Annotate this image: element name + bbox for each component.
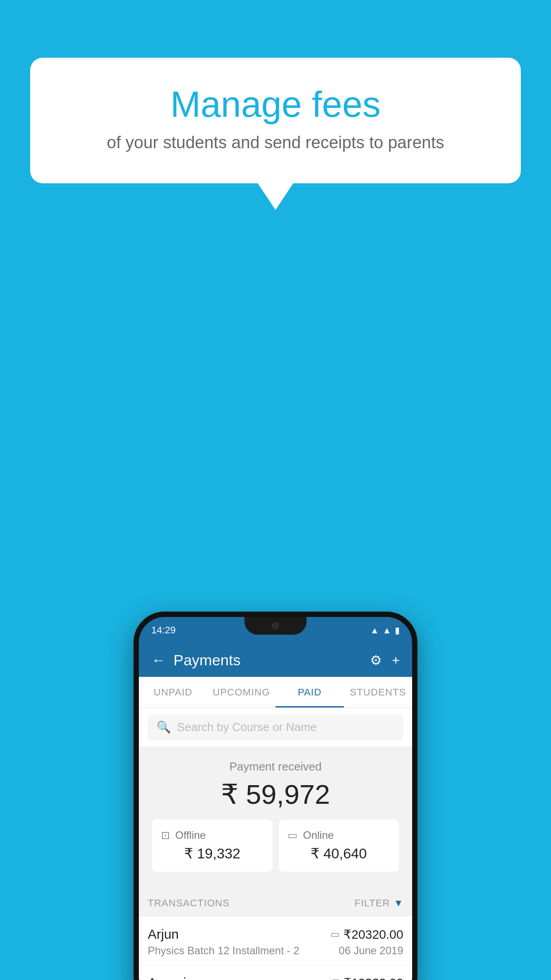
payment-received-section: Payment received ₹ 59,972 ⊡ Offline ₹ 19… <box>139 747 412 889</box>
payment-type-icon-2: ⊡ <box>332 977 340 980</box>
table-row[interactable]: Anupriya ⊡ ₹19332.00 <box>139 965 412 980</box>
settings-icon[interactable]: ⚙ <box>370 652 382 668</box>
search-container: 🔍 Search by Course or Name <box>139 708 412 747</box>
search-icon: 🔍 <box>157 720 171 734</box>
transaction-name-2: Anupriya <box>148 975 200 980</box>
phone-frame: 14:29 ▲ ▲ ▮ ← Payments ⚙ + UNPAI <box>134 612 417 980</box>
tabs-container: UNPAID UPCOMING PAID STUDENTS <box>139 677 412 708</box>
transaction-amount-1: ₹20320.00 <box>343 927 403 942</box>
search-bar[interactable]: 🔍 Search by Course or Name <box>148 714 403 740</box>
transaction-amount-row-1: ▭ ₹20320.00 <box>331 927 403 942</box>
back-button[interactable]: ← <box>151 652 165 668</box>
payment-cards: ⊡ Offline ₹ 19,332 ▭ Online ₹ 40,640 <box>148 819 403 881</box>
offline-amount: ₹ 19,332 <box>161 845 264 862</box>
speech-bubble-container: Manage fees of your students and send re… <box>30 58 521 210</box>
transaction-top-2: Anupriya ⊡ ₹19332.00 <box>148 975 403 980</box>
tab-paid[interactable]: PAID <box>276 677 344 707</box>
speech-bubble: Manage fees of your students and send re… <box>30 58 521 183</box>
header-left: ← Payments <box>151 652 240 669</box>
add-icon[interactable]: + <box>392 653 400 668</box>
tab-unpaid[interactable]: UNPAID <box>139 677 207 707</box>
transaction-amount-row-2: ⊡ ₹19332.00 <box>332 976 403 980</box>
offline-payment-card: ⊡ Offline ₹ 19,332 <box>152 819 272 872</box>
phone-notch <box>244 617 307 635</box>
battery-icon: ▮ <box>395 625 400 636</box>
header-right: ⚙ + <box>370 652 400 668</box>
signal-icon: ▲ <box>382 625 391 636</box>
table-row[interactable]: Arjun ▭ ₹20320.00 Physics Batch 12 Insta… <box>139 917 412 965</box>
filter-label: FILTER <box>354 897 390 909</box>
payment-received-label: Payment received <box>148 760 403 774</box>
speech-bubble-pointer <box>258 183 293 210</box>
online-card-header: ▭ Online <box>287 829 390 842</box>
online-amount: ₹ 40,640 <box>287 845 390 862</box>
transaction-course-1: Physics Batch 12 Installment - 2 <box>148 944 299 957</box>
search-input[interactable]: Search by Course or Name <box>177 720 317 734</box>
payment-type-icon-1: ▭ <box>331 929 340 940</box>
transaction-date-1: 06 June 2019 <box>339 944 403 957</box>
wifi-icon: ▲ <box>370 625 379 636</box>
transactions-label: TRANSACTIONS <box>148 897 229 909</box>
transaction-top-1: Arjun ▭ ₹20320.00 <box>148 927 403 942</box>
transaction-amount-2: ₹19332.00 <box>343 976 403 980</box>
camera <box>272 622 279 629</box>
phone-screen: 🔍 Search by Course or Name Payment recei… <box>139 708 412 980</box>
transaction-name-1: Arjun <box>148 927 179 942</box>
tab-students[interactable]: STUDENTS <box>344 677 412 707</box>
online-icon: ▭ <box>287 829 298 842</box>
transaction-bottom-1: Physics Batch 12 Installment - 2 06 June… <box>148 944 403 957</box>
filter-icon: ▼ <box>394 897 403 909</box>
speech-bubble-title: Manage fees <box>66 84 485 124</box>
header-title: Payments <box>173 652 240 669</box>
status-icons: ▲ ▲ ▮ <box>370 625 400 636</box>
offline-card-header: ⊡ Offline <box>161 829 264 842</box>
transactions-header: TRANSACTIONS FILTER ▼ <box>139 889 412 917</box>
payment-total-amount: ₹ 59,972 <box>148 778 403 810</box>
offline-icon: ⊡ <box>161 829 170 842</box>
app-header: ← Payments ⚙ + <box>139 644 412 677</box>
status-bar: 14:29 ▲ ▲ ▮ <box>139 617 412 644</box>
offline-label: Offline <box>175 829 206 842</box>
speech-bubble-subtitle: of your students and send receipts to pa… <box>66 133 485 152</box>
status-time: 14:29 <box>151 624 176 636</box>
filter-section[interactable]: FILTER ▼ <box>354 897 403 909</box>
tab-upcoming[interactable]: UPCOMING <box>207 677 276 707</box>
online-payment-card: ▭ Online ₹ 40,640 <box>279 819 399 872</box>
online-label: Online <box>303 829 334 842</box>
